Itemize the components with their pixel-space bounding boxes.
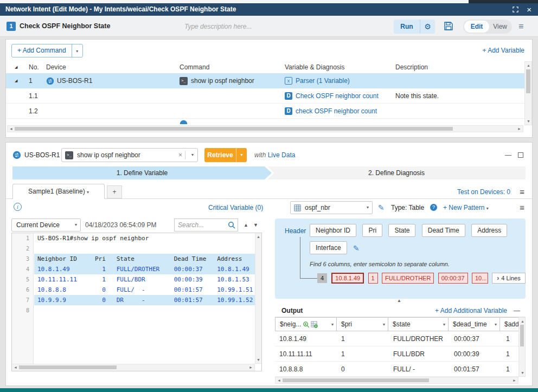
table-plus-icon[interactable] bbox=[311, 321, 318, 328]
vscrollbar-thumb[interactable] bbox=[526, 69, 530, 93]
output-minimize-icon[interactable]: — bbox=[514, 304, 520, 317]
chevron-down-icon[interactable]: ▾ bbox=[75, 219, 77, 231]
chevron-down-icon[interactable]: ▾ bbox=[329, 322, 334, 327]
run-settings-gear-icon[interactable]: ⚙ bbox=[420, 20, 435, 34]
view-toggle-button[interactable]: View bbox=[493, 20, 507, 34]
diagnosis-row-1-1[interactable]: 1.1 D Check OSPF neighbor count Note thi… bbox=[6, 88, 524, 104]
add-command-dropdown-icon[interactable]: ▾ bbox=[72, 44, 82, 57]
scroll-up-icon[interactable]: ▲ bbox=[527, 63, 530, 67]
help-icon[interactable]: ? bbox=[430, 204, 437, 211]
chevron-down-icon[interactable]: ▾ bbox=[492, 322, 497, 327]
matched-lines-button[interactable]: › 4 Lines bbox=[492, 273, 525, 284]
scroll-right-icon[interactable]: ► bbox=[513, 378, 516, 382]
output-hscrollbar[interactable]: ◄ ► bbox=[275, 377, 518, 384]
live-data-link[interactable]: Live Data bbox=[268, 151, 296, 159]
output-row[interactable]: 10.8.8.80FULL/ -00:01:571 bbox=[275, 362, 518, 377]
scroll-down-icon[interactable]: ▼ bbox=[527, 119, 530, 123]
output-column-dropdown[interactable]: $neig... ▾ bbox=[275, 317, 337, 331]
chevron-down-icon[interactable]: ▾ bbox=[381, 322, 385, 327]
expand-icon[interactable] bbox=[513, 7, 518, 12]
chevron-down-icon[interactable]: ▾ bbox=[191, 149, 194, 162]
command-table-hscrollbar[interactable]: ◄ ► bbox=[7, 125, 523, 132]
scroll-up-icon[interactable]: ▲ bbox=[521, 319, 524, 323]
output-vscrollbar[interactable]: ▲ ▼ bbox=[518, 317, 526, 377]
output-column-dropdown[interactable]: $add... bbox=[499, 317, 518, 331]
step-define-variable[interactable]: 1. Define Variable bbox=[12, 166, 272, 179]
add-command-button[interactable]: + Add Command ▾ bbox=[11, 44, 83, 57]
edit-columns-pencil-icon[interactable]: ✎ bbox=[353, 244, 360, 253]
output-column-dropdown[interactable]: $state ▾ bbox=[388, 317, 449, 331]
command-combobox[interactable]: >_ show ip ospf neighbor × ▾ bbox=[61, 148, 198, 162]
scroll-up-icon[interactable]: ▲ bbox=[257, 235, 260, 239]
save-icon[interactable] bbox=[444, 21, 453, 31]
step-define-diagnosis[interactable]: 2. Define Diagnosis bbox=[267, 166, 526, 179]
tab-menu-icon[interactable]: ≡ bbox=[520, 185, 524, 198]
editor-hscrollbar[interactable]: ◄ ► bbox=[12, 364, 255, 371]
info-icon[interactable]: i bbox=[14, 203, 22, 211]
tab-sample1-baseline[interactable]: Sample1 (Baseline) ▾ bbox=[12, 184, 105, 199]
panel-maximize-icon[interactable] bbox=[518, 152, 523, 158]
pattern-column[interactable]: Pri bbox=[362, 224, 382, 237]
scroll-down-icon[interactable]: ▼ bbox=[521, 371, 524, 375]
sample-text-editor[interactable]: 12345678 US-BOS-R1#show ip ospf neighbor… bbox=[11, 233, 262, 371]
output-row[interactable]: 10.11.11.111FULL/BDR00:00:391 bbox=[275, 346, 518, 362]
edit-toggle-button[interactable]: Edit bbox=[464, 21, 489, 33]
new-pattern-link[interactable]: + New Pattern ▾ bbox=[443, 201, 489, 215]
chevron-down-icon[interactable]: ▾ bbox=[87, 190, 89, 195]
hscrollbar-thumb[interactable] bbox=[283, 378, 429, 382]
matched-value[interactable]: FULL/DROTHER bbox=[382, 273, 434, 284]
diagnosis-link[interactable]: Check OSPF neighbor count bbox=[296, 88, 379, 104]
matched-value[interactable]: 10... bbox=[472, 273, 488, 284]
edit-parser-pencil-icon[interactable]: ✎ bbox=[378, 201, 385, 214]
parser-menu-icon[interactable]: ≡ bbox=[520, 201, 524, 214]
chevron-down-icon[interactable]: ▾ bbox=[367, 202, 369, 214]
output-row[interactable]: 10.8.1.491FULL/DROTHER00:00:371 bbox=[275, 331, 518, 346]
run-button[interactable]: Run bbox=[394, 20, 420, 34]
pattern-column[interactable]: Neighbor ID bbox=[310, 224, 356, 237]
collapse-pattern-handle[interactable]: ▲ bbox=[386, 298, 413, 303]
pattern-column[interactable]: State bbox=[388, 224, 415, 237]
scroll-down-icon[interactable]: ▼ bbox=[257, 358, 260, 362]
sample-device-dropdown[interactable]: Current Device ▾ bbox=[11, 219, 81, 232]
add-variable-link[interactable]: + Add Variable bbox=[482, 47, 524, 54]
pattern-column[interactable]: Address bbox=[471, 224, 507, 237]
output-column-dropdown[interactable]: $pri ▾ bbox=[336, 317, 388, 331]
row-parser-link[interactable]: Parser (1 Variable) bbox=[296, 73, 350, 88]
test-on-devices-link[interactable]: Test on Devices: 0 bbox=[457, 185, 510, 198]
chevron-down-icon[interactable]: ▾ bbox=[486, 206, 489, 211]
menu-icon[interactable]: ≡ bbox=[518, 16, 523, 37]
row-collapse-icon[interactable]: ◢ bbox=[15, 73, 17, 88]
scroll-left-icon[interactable]: ◄ bbox=[14, 365, 17, 369]
find-previous-icon[interactable]: ▲ bbox=[244, 219, 248, 232]
pattern-column[interactable]: Dead Time bbox=[422, 224, 465, 237]
vscrollbar-thumb[interactable] bbox=[520, 325, 524, 346]
add-sample-tab-button[interactable]: + bbox=[107, 185, 122, 198]
hscrollbar-thumb[interactable] bbox=[15, 127, 453, 131]
chevron-down-icon[interactable]: ▾ bbox=[441, 322, 445, 327]
critical-variable-link[interactable]: Critical Variable (0) bbox=[208, 201, 263, 214]
close-icon[interactable]: × bbox=[527, 3, 531, 16]
command-row-1[interactable]: ◢ 1 US-BOS-R1 >_ show ip ospf neighbor x… bbox=[6, 73, 524, 88]
scroll-right-icon[interactable]: ► bbox=[517, 127, 521, 131]
search-icon[interactable] bbox=[228, 221, 235, 229]
search-plus-icon[interactable] bbox=[303, 321, 310, 328]
hscrollbar-thumb[interactable] bbox=[19, 365, 117, 369]
matched-value[interactable]: 10.8.1.49 bbox=[331, 273, 364, 284]
panel-minimize-icon[interactable]: — bbox=[505, 148, 511, 162]
scroll-right-icon[interactable]: ► bbox=[249, 365, 253, 369]
clear-command-icon[interactable]: × bbox=[178, 149, 182, 162]
output-column-dropdown[interactable]: $dead_time ▾ bbox=[448, 317, 500, 331]
diagnosis-link[interactable]: check OSPF neighbor count bbox=[296, 104, 377, 119]
parser-dropdown[interactable]: ospf_nbr ▾ bbox=[290, 201, 373, 214]
editor-vscrollbar[interactable]: ▲ ▼ bbox=[255, 233, 261, 364]
pattern-column[interactable]: Interface bbox=[310, 241, 347, 254]
diagnosis-row-1-2[interactable]: 1.2 D check OSPF neighbor count bbox=[6, 104, 524, 119]
description-input[interactable] bbox=[184, 20, 320, 33]
matched-value[interactable]: 1 bbox=[368, 273, 378, 284]
search-input[interactable] bbox=[178, 220, 226, 230]
matched-value[interactable]: 00:00:37 bbox=[438, 273, 468, 284]
scroll-left-icon[interactable]: ◄ bbox=[277, 378, 281, 382]
collapse-all-icon[interactable]: ◢ bbox=[15, 61, 17, 73]
find-next-icon[interactable]: ▼ bbox=[253, 219, 258, 232]
add-additional-variable-link[interactable]: + Add Additional Variable bbox=[435, 304, 507, 317]
